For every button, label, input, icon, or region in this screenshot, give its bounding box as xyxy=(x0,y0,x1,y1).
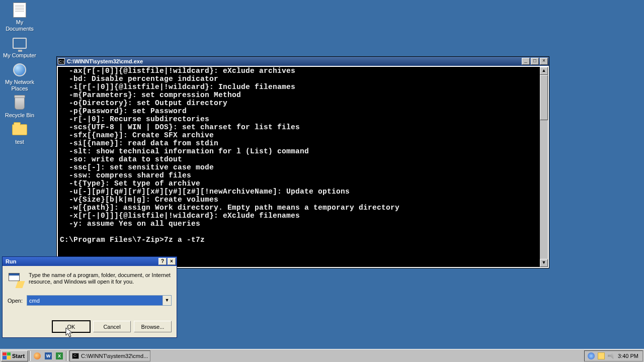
taskbar-separator xyxy=(29,351,31,361)
desktop-icon-label: My Documents xyxy=(2,19,37,32)
quicklaunch-firefox-icon[interactable] xyxy=(32,351,42,361)
desktop-icon-label: Recycle Bin xyxy=(5,112,34,119)
desktop-icon-my-computer[interactable]: My Computer xyxy=(2,35,37,59)
run-icon xyxy=(8,272,24,288)
minimize-button[interactable]: _ xyxy=(522,58,530,65)
globe-icon xyxy=(12,62,28,78)
desktop-icon-label: My Computer xyxy=(3,52,36,59)
open-label: Open: xyxy=(8,298,23,304)
desktop-icon-my-documents[interactable]: My Documents xyxy=(2,2,37,32)
desktop-icon-test[interactable]: test xyxy=(2,122,37,145)
cmd-title: C:\WINNT\system32\cmd.exe xyxy=(67,58,521,64)
cmd-titlebar-icon: C:\ xyxy=(58,58,65,64)
monitor-icon xyxy=(12,35,28,51)
run-titlebar[interactable]: Run ? × xyxy=(3,257,177,266)
folder-icon xyxy=(12,122,28,138)
open-input[interactable] xyxy=(27,296,163,305)
quicklaunch-word-icon[interactable]: W xyxy=(43,351,53,361)
desktop-icon-label: test xyxy=(15,139,24,145)
close-button[interactable]: × xyxy=(168,258,176,265)
tray-icon[interactable] xyxy=(598,352,605,359)
run-title: Run xyxy=(6,258,16,264)
scroll-up-button[interactable]: ▲ xyxy=(540,67,548,75)
open-dropdown-button[interactable]: ▼ xyxy=(163,296,171,305)
tray-volume-icon[interactable] xyxy=(608,352,615,359)
cmd-titlebar[interactable]: C:\ C:\WINNT\system32\cmd.exe _ □ × xyxy=(57,57,549,66)
run-description: Type the name of a program, folder, docu… xyxy=(29,272,172,285)
windows-logo-icon xyxy=(3,352,11,359)
scroll-track[interactable] xyxy=(540,75,548,259)
cmd-output[interactable]: -ax[r[-|0]]{@listfile|!wildcard}: eXclud… xyxy=(58,67,540,267)
cmd-icon: C: xyxy=(72,353,79,359)
scroll-thumb[interactable] xyxy=(540,75,548,120)
desktop-icon-recycle-bin[interactable]: Recycle Bin xyxy=(2,95,37,119)
scroll-down-button[interactable]: ▼ xyxy=(540,259,548,267)
taskbar-cmd-label: C:\WINNT\system32\cmd... xyxy=(81,353,148,359)
ok-button[interactable]: OK xyxy=(52,321,90,332)
open-combobox[interactable]: ▼ xyxy=(27,295,172,306)
quicklaunch-excel-icon[interactable]: X xyxy=(54,351,64,361)
cmd-scrollbar[interactable]: ▲ ▼ xyxy=(540,67,548,267)
tray-clock[interactable]: 3:40 PM xyxy=(618,353,638,359)
tray-icon[interactable] xyxy=(588,352,595,359)
help-button[interactable]: ? xyxy=(158,258,167,265)
cancel-button[interactable]: Cancel xyxy=(93,321,131,332)
close-button[interactable]: × xyxy=(540,58,548,65)
desktop-icon-label: My Network Places xyxy=(2,79,37,92)
browse-button[interactable]: Browse... xyxy=(134,321,172,332)
cmd-window[interactable]: C:\ C:\WINNT\system32\cmd.exe _ □ × -ax[… xyxy=(56,56,549,268)
taskbar-separator xyxy=(66,351,67,361)
desktop-icon-my-network-places[interactable]: My Network Places xyxy=(2,62,37,92)
bin-icon xyxy=(12,95,28,111)
doc-icon xyxy=(12,2,28,18)
maximize-button[interactable]: □ xyxy=(531,58,539,65)
run-dialog[interactable]: Run ? × Type the name of a program, fold… xyxy=(2,256,177,338)
taskbar-cmd-button[interactable]: C: C:\WINNT\system32\cmd... xyxy=(69,350,150,361)
taskbar: Start W X C: C:\WINNT\system32\cmd... 3:… xyxy=(0,349,644,362)
start-label: Start xyxy=(12,353,25,359)
system-tray[interactable]: 3:40 PM xyxy=(584,350,643,361)
start-button[interactable]: Start xyxy=(1,350,28,361)
